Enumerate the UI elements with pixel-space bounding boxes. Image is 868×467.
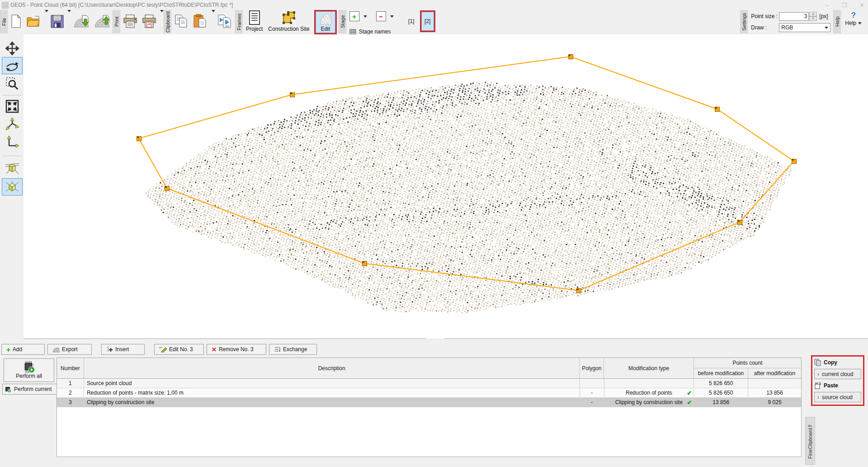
axes-2d-icon xyxy=(5,135,19,148)
header-polygon[interactable]: Polygon xyxy=(580,358,604,378)
rotate-tool-button[interactable] xyxy=(2,57,23,74)
header-points-count-label: Points count xyxy=(694,358,801,368)
table-row-2[interactable]: 2 Reduction of points - matrix size: 1,0… xyxy=(57,388,801,398)
row2-polygon: - xyxy=(580,388,604,397)
new-file-icon xyxy=(10,14,22,28)
point-size-label: Point size : xyxy=(751,13,779,19)
spinner-down-icon[interactable]: ▼ xyxy=(809,16,817,21)
perform-all-icon xyxy=(22,361,36,373)
open-dropdown-arrow[interactable] xyxy=(45,10,48,12)
paste-dropdown-arrow[interactable] xyxy=(212,10,215,12)
perspective-view-button[interactable] xyxy=(2,159,23,176)
pan-tool-button[interactable] xyxy=(2,40,23,57)
add-modification-button[interactable]: + Add xyxy=(1,344,45,355)
edit-highlight-box: Edit xyxy=(314,10,337,34)
insert-icon xyxy=(106,346,113,353)
export-cloud-icon xyxy=(52,347,60,353)
settings-strip: Settings xyxy=(740,10,748,33)
header-before-modification[interactable]: before modification xyxy=(694,368,748,378)
help-label: Help xyxy=(845,20,856,26)
restore-button[interactable]: ❐ xyxy=(841,2,847,9)
rotate-icon xyxy=(5,59,19,72)
point-size-input[interactable]: 3 xyxy=(779,12,809,21)
geo5-window: GEO5 - Point Cloud (64 bit) [C:\Users\tu… xyxy=(0,0,868,467)
view-tools-sidebar xyxy=(0,34,24,338)
print-dropdown-arrow[interactable] xyxy=(160,10,164,12)
row1-number: 1 xyxy=(57,379,84,388)
minimize-button[interactable]: – xyxy=(826,2,829,9)
draw-label: Draw : xyxy=(751,24,779,31)
perform-current-button[interactable]: Perform current xyxy=(2,384,59,395)
spinner-up-icon[interactable]: ▲ xyxy=(809,12,817,16)
copy-current-cloud-button[interactable]: › current cloud xyxy=(814,369,861,379)
fit-to-screen-button[interactable] xyxy=(2,98,23,115)
close-button[interactable]: ✕ xyxy=(859,2,864,9)
table-row-1[interactable]: 1 Source point cloud 5 826 650 xyxy=(57,379,801,388)
header-number[interactable]: Number xyxy=(57,358,84,378)
table-row-3-selected[interactable]: 3 Clipping by construction site - Clippi… xyxy=(57,398,801,407)
construction-site-icon xyxy=(281,10,297,25)
viewport-canvas[interactable] xyxy=(24,34,868,338)
save-dropdown-arrow[interactable] xyxy=(67,10,71,12)
print-preview-button[interactable] xyxy=(140,10,159,33)
project-label: Project xyxy=(246,26,263,32)
export-pointcloud-icon xyxy=(94,14,110,29)
edit-no-button[interactable]: Edit No. 3 xyxy=(154,344,204,355)
add-label: Add xyxy=(13,346,22,353)
row3-check-icon: ✔ xyxy=(687,399,692,406)
zoom-rect-tool-button[interactable] xyxy=(2,75,23,92)
add-stage-dropdown-arrow[interactable] xyxy=(363,15,367,18)
remove-no-button[interactable]: ✕ Remove No. 3 xyxy=(207,344,266,355)
stage-strip: Stage xyxy=(339,10,347,33)
row1-modtype xyxy=(604,379,694,388)
toolbar-right-cluster: Settings Point size : 3 ▲▼ [px] Draw : R… xyxy=(740,10,865,34)
header-points-count: Points count before modification after m… xyxy=(694,358,801,378)
stage-tab-2-highlight-box: [2] xyxy=(420,10,435,32)
current-cloud-label: current cloud xyxy=(822,371,853,377)
file-menu-strip[interactable]: File xyxy=(0,10,8,33)
paste-source-cloud-button[interactable]: › source cloud xyxy=(814,392,861,402)
point-size-spinner[interactable]: ▲▼ xyxy=(809,12,817,21)
insert-button[interactable]: Insert xyxy=(101,344,145,355)
draw-combobox[interactable]: RGB xyxy=(779,23,830,32)
help-label-wrap: Help xyxy=(845,20,862,26)
project-button[interactable]: Project xyxy=(243,10,265,33)
print-button[interactable] xyxy=(121,10,140,33)
help-button[interactable]: ? Help xyxy=(841,10,865,26)
new-file-button[interactable] xyxy=(8,10,24,33)
axonometric-view-button[interactable] xyxy=(2,178,23,195)
stage-tab-1[interactable]: [1] xyxy=(406,11,417,31)
edit-button[interactable]: Edit xyxy=(316,11,335,33)
perform-all-button[interactable]: Perform all xyxy=(4,358,54,382)
row3-modtype: Clipping by construction site✔ xyxy=(604,398,694,407)
export-button[interactable]: Export xyxy=(47,344,92,355)
stage-names-button[interactable]: Stage names xyxy=(349,29,394,35)
stage-tab-2[interactable]: [2] xyxy=(421,12,434,31)
save-button[interactable] xyxy=(48,10,66,33)
remove-stage-button[interactable]: − xyxy=(376,11,386,21)
export-label: Export xyxy=(62,346,78,353)
header-description[interactable]: Description xyxy=(84,358,580,378)
perform-current-label: Perform current xyxy=(14,386,52,392)
axonometry-axes-button[interactable] xyxy=(2,116,23,133)
row3-before: 13 856 xyxy=(694,398,748,407)
construction-site-button[interactable]: Construction Site xyxy=(265,10,312,33)
exchange-icon xyxy=(274,346,281,353)
exchange-button[interactable]: Exchange xyxy=(269,344,317,355)
header-after-modification[interactable]: after modification xyxy=(748,368,801,378)
front-view-axes-button[interactable] xyxy=(2,133,23,150)
add-stage-button[interactable]: + xyxy=(349,11,359,21)
paste-button[interactable] xyxy=(191,10,210,33)
export-pointcloud-button[interactable] xyxy=(92,10,113,33)
copy-button[interactable] xyxy=(172,10,191,33)
paste-frames-button[interactable] xyxy=(215,10,235,33)
chevron-icon: › xyxy=(817,371,819,377)
axonometric-icon xyxy=(5,180,20,194)
sidebar-divider xyxy=(2,156,21,156)
import-pointcloud-button[interactable] xyxy=(71,10,92,33)
fineclipboard-tab[interactable]: FineClipboard™ xyxy=(805,417,815,465)
open-file-button[interactable] xyxy=(24,10,43,33)
remove-stage-dropdown-arrow[interactable] xyxy=(390,15,394,18)
help-dropdown-arrow[interactable] xyxy=(858,22,862,24)
header-modification-type[interactable]: Modification type xyxy=(604,358,694,378)
